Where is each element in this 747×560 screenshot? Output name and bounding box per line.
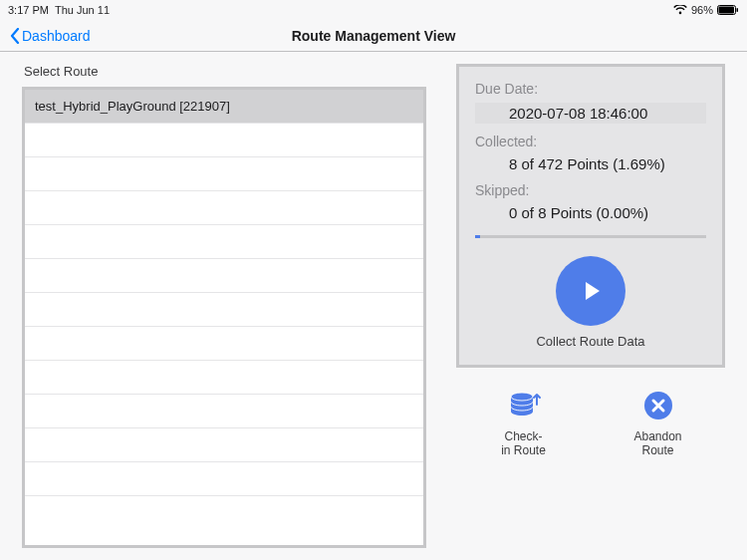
collected-value: 8 of 472 Points (1.69%) xyxy=(475,155,706,172)
battery-icon xyxy=(717,5,739,15)
abandon-label-line1: Abandon xyxy=(633,429,681,443)
checkin-route-button[interactable]: Check- in Route xyxy=(479,388,569,458)
due-date-label: Due Date: xyxy=(475,81,706,97)
play-icon xyxy=(577,277,605,305)
back-label: Dashboard xyxy=(22,28,91,44)
list-row-empty xyxy=(25,462,423,496)
list-row-empty xyxy=(25,124,423,157)
list-row-empty xyxy=(25,157,423,191)
page-title: Route Management View xyxy=(292,28,456,44)
list-row-empty xyxy=(25,395,423,428)
battery-percent: 96% xyxy=(691,4,713,16)
route-list[interactable]: test_Hybrid_PlayGround [221907] xyxy=(22,87,426,548)
list-row-empty xyxy=(25,191,423,225)
progress-bar xyxy=(475,235,706,238)
svg-rect-2 xyxy=(737,8,739,12)
due-date-value: 2020-07-08 18:46:00 xyxy=(475,103,706,124)
select-route-label: Select Route xyxy=(22,64,426,79)
route-item[interactable]: test_Hybrid_PlayGround [221907] xyxy=(25,90,423,124)
status-time: 3:17 PM xyxy=(8,4,49,16)
abandon-label-line2: Route xyxy=(641,443,673,457)
wifi-icon xyxy=(673,5,687,15)
abandon-route-button[interactable]: Abandon Route xyxy=(614,388,703,458)
collect-route-data-label: Collect Route Data xyxy=(475,334,706,349)
list-row-empty xyxy=(25,327,423,361)
svg-rect-1 xyxy=(719,7,735,14)
skipped-label: Skipped: xyxy=(475,182,706,198)
status-bar: 3:17 PM Thu Jun 11 96% xyxy=(0,0,747,20)
checkin-label-line2: in Route xyxy=(501,443,546,457)
collect-route-data-button[interactable] xyxy=(556,256,625,326)
action-row: Check- in Route Abandon Route xyxy=(456,388,725,458)
close-circle-icon xyxy=(640,388,676,423)
chevron-left-icon xyxy=(10,28,20,44)
checkin-label-line1: Check- xyxy=(504,429,542,443)
list-row-empty xyxy=(25,293,423,327)
route-info-panel: Due Date: 2020-07-08 18:46:00 Collected:… xyxy=(456,64,725,368)
collected-label: Collected: xyxy=(475,134,706,149)
list-row-empty xyxy=(25,225,423,259)
route-item-label: test_Hybrid_PlayGround [221907] xyxy=(35,99,230,114)
status-date: Thu Jun 11 xyxy=(55,4,110,16)
back-button[interactable]: Dashboard xyxy=(10,28,91,44)
database-upload-icon xyxy=(506,388,542,423)
list-row-empty xyxy=(25,428,423,462)
nav-bar: Dashboard Route Management View xyxy=(0,20,747,52)
skipped-value: 0 of 8 Points (0.00%) xyxy=(475,204,706,221)
list-row-empty xyxy=(25,361,423,395)
list-row-empty xyxy=(25,259,423,293)
progress-fill xyxy=(475,235,480,238)
